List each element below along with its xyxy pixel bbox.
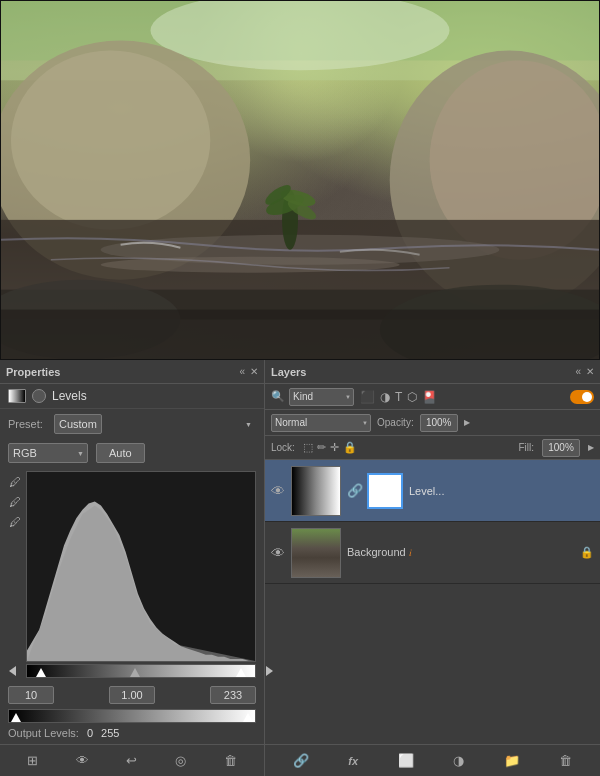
layers-collapse-icon[interactable]: « (575, 366, 581, 377)
layers-close-icon[interactable]: ✕ (586, 366, 594, 377)
black-input-triangle[interactable] (36, 668, 46, 677)
layers-panel: Layers « ✕ 🔍 Kind Name Effect ⬛ ◑ T ⬡ (265, 360, 600, 776)
opacity-arrow-icon: ▶ (464, 418, 470, 427)
adjustment-filter-icon[interactable]: ◑ (380, 390, 390, 404)
black-input-value[interactable]: 10 (8, 686, 54, 704)
lock-move-icon[interactable]: ✛ (330, 441, 339, 454)
mid-input-triangle[interactable] (130, 668, 140, 677)
rgb-channel-select[interactable]: RGB Red Green Blue (8, 443, 88, 463)
output-levels-row: Output Levels: 0 255 (0, 706, 264, 744)
layer-thumb-background (291, 528, 341, 578)
filter-toggle[interactable] (570, 390, 594, 404)
eye-icon[interactable]: ◎ (175, 753, 186, 768)
properties-close-icon[interactable]: ✕ (250, 366, 258, 377)
layer-visibility-background[interactable]: 👁 (271, 545, 285, 561)
lock-all-icon[interactable]: 🔒 (343, 441, 357, 454)
type-filter-icon[interactable]: T (395, 390, 402, 404)
filter-kind-select[interactable]: Kind Name Effect (289, 388, 354, 406)
layer-thumb-levels (291, 466, 341, 516)
lock-transparent-icon[interactable]: ⬚ (303, 441, 313, 454)
properties-title: Properties (6, 366, 60, 378)
shape-filter-icon[interactable]: ⬡ (407, 390, 417, 404)
background-italic-marker: 𝑖 (409, 547, 412, 558)
background-lock-icon: 🔒 (580, 546, 594, 559)
layers-list: 👁 🔗 Level... 👁 Background 𝑖 🔒 (265, 460, 600, 744)
layer-item-levels[interactable]: 👁 🔗 Level... (265, 460, 600, 522)
filter-search-icon: 🔍 (271, 390, 285, 403)
output-label: Output Levels: (8, 727, 79, 739)
rgb-row: RGB Red Green Blue Auto (0, 439, 264, 467)
histogram-area (26, 471, 256, 678)
gray-point-eyedropper[interactable]: 🖊 (8, 495, 22, 509)
blend-select-wrapper: Normal Multiply Screen Overlay (271, 414, 371, 432)
fx-icon[interactable]: fx (348, 755, 358, 767)
input-levels-slider[interactable] (26, 664, 256, 678)
blend-mode-select[interactable]: Normal Multiply Screen Overlay (271, 414, 371, 432)
levels-header: Levels (0, 384, 264, 409)
layers-filter-row: 🔍 Kind Name Effect ⬛ ◑ T ⬡ 🎴 (265, 384, 600, 410)
output-gradient (8, 709, 256, 723)
layer-name-levels: Level... (409, 485, 594, 497)
white-point-eyedropper[interactable]: 🖊 (8, 515, 22, 529)
output-black-value: 0 (87, 727, 93, 739)
layer-name-background: Background 𝑖 (347, 546, 574, 559)
output-white-value: 255 (101, 727, 119, 739)
lock-label: Lock: (271, 442, 295, 453)
left-arrow-indicator (9, 666, 16, 676)
layer-link-icon-levels[interactable]: 🔗 (347, 483, 363, 498)
layers-title: Layers (271, 366, 306, 378)
histogram-canvas (26, 471, 256, 662)
fill-value[interactable]: 100% (542, 439, 580, 457)
white-input-value[interactable]: 233 (210, 686, 256, 704)
fill-arrow-icon: ▶ (588, 443, 594, 452)
filter-icons: ⬛ ◑ T ⬡ 🎴 (360, 390, 437, 404)
input-values-row: 10 1.00 233 (0, 682, 264, 706)
add-mask-icon[interactable]: ⬜ (398, 753, 414, 768)
preset-row: Preset: Custom Default (0, 409, 264, 439)
visibility-toggle-icon[interactable]: 👁 (76, 753, 89, 768)
lock-pixels-icon[interactable]: ✏ (317, 441, 326, 454)
opacity-value[interactable]: 100% (420, 414, 458, 432)
fill-label: Fill: (518, 442, 534, 453)
output-white-triangle[interactable] (243, 713, 253, 722)
new-adjustment-icon[interactable]: ◑ (453, 753, 464, 768)
properties-collapse-icon[interactable]: « (239, 366, 245, 377)
preset-label: Preset: (8, 418, 46, 430)
reset-icon[interactable]: ↩ (126, 753, 137, 768)
mid-input-value[interactable]: 1.00 (109, 686, 155, 704)
properties-panel: Properties « ✕ Levels Preset: Custom Def… (0, 360, 265, 776)
add-to-canvas-icon[interactable]: ⊞ (27, 753, 38, 768)
filter-select-wrapper: Kind Name Effect (289, 388, 354, 406)
levels-gradient-icon (8, 389, 26, 403)
svg-point-4 (11, 50, 210, 229)
opacity-label: Opacity: (377, 417, 414, 428)
layers-toolbar: 🔗 fx ⬜ ◑ 📁 🗑 (265, 744, 600, 776)
white-input-triangle[interactable] (236, 668, 246, 677)
levels-label: Levels (52, 389, 87, 403)
pixel-filter-icon[interactable]: ⬛ (360, 390, 375, 404)
auto-button[interactable]: Auto (96, 443, 145, 463)
layers-header: Layers « ✕ (265, 360, 600, 384)
smart-filter-icon[interactable]: 🎴 (422, 390, 437, 404)
black-point-eyedropper[interactable]: 🖊 (8, 475, 22, 489)
lock-icons: ⬚ ✏ ✛ 🔒 (303, 441, 357, 454)
properties-toolbar: ⊞ 👁 ↩ ◎ 🗑 (0, 744, 264, 776)
preset-select[interactable]: Custom Default (54, 414, 102, 434)
properties-header: Properties « ✕ (0, 360, 264, 384)
rgb-select-wrapper: RGB Red Green Blue (8, 443, 88, 463)
levels-circle-icon (32, 389, 46, 403)
link-layers-icon[interactable]: 🔗 (293, 753, 309, 768)
layer-visibility-levels[interactable]: 👁 (271, 483, 285, 499)
delete-layer-icon[interactable]: 🗑 (559, 753, 572, 768)
right-arrow-indicator (266, 666, 273, 676)
preset-select-wrapper: Custom Default (54, 414, 256, 434)
output-black-triangle[interactable] (11, 713, 21, 722)
lock-row: Lock: ⬚ ✏ ✛ 🔒 Fill: 100% ▶ (265, 436, 600, 460)
layer-item-background[interactable]: 👁 Background 𝑖 🔒 (265, 522, 600, 584)
blend-mode-row: Normal Multiply Screen Overlay Opacity: … (265, 410, 600, 436)
new-group-icon[interactable]: 📁 (504, 753, 520, 768)
histogram-container: 🖊 🖊 🖊 (0, 467, 264, 682)
layer-mask-levels (367, 473, 403, 509)
delete-icon[interactable]: 🗑 (224, 753, 237, 768)
svg-rect-18 (1, 310, 599, 359)
